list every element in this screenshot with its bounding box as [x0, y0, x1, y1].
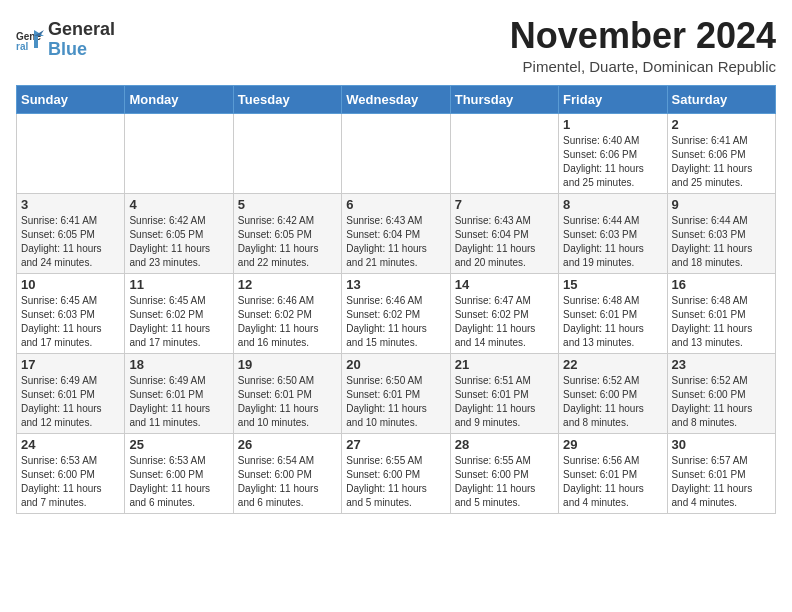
calendar-cell — [342, 113, 450, 193]
calendar-cell — [450, 113, 558, 193]
day-number: 28 — [455, 437, 554, 452]
svg-text:ral: ral — [16, 41, 28, 52]
day-info: Sunrise: 6:53 AMSunset: 6:00 PMDaylight:… — [21, 454, 120, 510]
day-info: Sunrise: 6:45 AMSunset: 6:02 PMDaylight:… — [129, 294, 228, 350]
day-info: Sunrise: 6:42 AMSunset: 6:05 PMDaylight:… — [129, 214, 228, 270]
calendar-cell: 8Sunrise: 6:44 AMSunset: 6:03 PMDaylight… — [559, 193, 667, 273]
calendar-table: SundayMondayTuesdayWednesdayThursdayFrid… — [16, 85, 776, 514]
day-info: Sunrise: 6:46 AMSunset: 6:02 PMDaylight:… — [346, 294, 445, 350]
calendar-cell: 4Sunrise: 6:42 AMSunset: 6:05 PMDaylight… — [125, 193, 233, 273]
day-number: 24 — [21, 437, 120, 452]
day-info: Sunrise: 6:44 AMSunset: 6:03 PMDaylight:… — [563, 214, 662, 270]
calendar-cell: 15Sunrise: 6:48 AMSunset: 6:01 PMDayligh… — [559, 273, 667, 353]
day-number: 7 — [455, 197, 554, 212]
day-number: 6 — [346, 197, 445, 212]
header-monday: Monday — [125, 85, 233, 113]
week-row-1: 3Sunrise: 6:41 AMSunset: 6:05 PMDaylight… — [17, 193, 776, 273]
day-info: Sunrise: 6:54 AMSunset: 6:00 PMDaylight:… — [238, 454, 337, 510]
day-info: Sunrise: 6:43 AMSunset: 6:04 PMDaylight:… — [455, 214, 554, 270]
calendar-cell: 17Sunrise: 6:49 AMSunset: 6:01 PMDayligh… — [17, 353, 125, 433]
subtitle: Pimentel, Duarte, Dominican Republic — [510, 58, 776, 75]
header-saturday: Saturday — [667, 85, 775, 113]
day-info: Sunrise: 6:52 AMSunset: 6:00 PMDaylight:… — [672, 374, 771, 430]
header-thursday: Thursday — [450, 85, 558, 113]
day-info: Sunrise: 6:55 AMSunset: 6:00 PMDaylight:… — [455, 454, 554, 510]
day-info: Sunrise: 6:48 AMSunset: 6:01 PMDaylight:… — [672, 294, 771, 350]
calendar-cell: 5Sunrise: 6:42 AMSunset: 6:05 PMDaylight… — [233, 193, 341, 273]
day-number: 13 — [346, 277, 445, 292]
calendar-cell — [125, 113, 233, 193]
day-number: 16 — [672, 277, 771, 292]
week-row-2: 10Sunrise: 6:45 AMSunset: 6:03 PMDayligh… — [17, 273, 776, 353]
calendar-cell: 28Sunrise: 6:55 AMSunset: 6:00 PMDayligh… — [450, 433, 558, 513]
header-friday: Friday — [559, 85, 667, 113]
day-number: 27 — [346, 437, 445, 452]
calendar-cell: 11Sunrise: 6:45 AMSunset: 6:02 PMDayligh… — [125, 273, 233, 353]
day-info: Sunrise: 6:52 AMSunset: 6:00 PMDaylight:… — [563, 374, 662, 430]
day-number: 20 — [346, 357, 445, 372]
day-number: 3 — [21, 197, 120, 212]
month-title: November 2024 — [510, 16, 776, 56]
day-info: Sunrise: 6:57 AMSunset: 6:01 PMDaylight:… — [672, 454, 771, 510]
day-info: Sunrise: 6:49 AMSunset: 6:01 PMDaylight:… — [21, 374, 120, 430]
calendar-cell: 25Sunrise: 6:53 AMSunset: 6:00 PMDayligh… — [125, 433, 233, 513]
logo: Gene ral General Blue — [16, 20, 115, 60]
header-tuesday: Tuesday — [233, 85, 341, 113]
calendar-cell: 20Sunrise: 6:50 AMSunset: 6:01 PMDayligh… — [342, 353, 450, 433]
header-wednesday: Wednesday — [342, 85, 450, 113]
day-info: Sunrise: 6:46 AMSunset: 6:02 PMDaylight:… — [238, 294, 337, 350]
day-number: 8 — [563, 197, 662, 212]
day-info: Sunrise: 6:42 AMSunset: 6:05 PMDaylight:… — [238, 214, 337, 270]
day-number: 12 — [238, 277, 337, 292]
calendar-cell: 2Sunrise: 6:41 AMSunset: 6:06 PMDaylight… — [667, 113, 775, 193]
calendar-cell: 26Sunrise: 6:54 AMSunset: 6:00 PMDayligh… — [233, 433, 341, 513]
day-info: Sunrise: 6:49 AMSunset: 6:01 PMDaylight:… — [129, 374, 228, 430]
calendar-cell: 30Sunrise: 6:57 AMSunset: 6:01 PMDayligh… — [667, 433, 775, 513]
day-number: 1 — [563, 117, 662, 132]
week-row-4: 24Sunrise: 6:53 AMSunset: 6:00 PMDayligh… — [17, 433, 776, 513]
day-info: Sunrise: 6:40 AMSunset: 6:06 PMDaylight:… — [563, 134, 662, 190]
header-sunday: Sunday — [17, 85, 125, 113]
calendar-cell: 27Sunrise: 6:55 AMSunset: 6:00 PMDayligh… — [342, 433, 450, 513]
day-number: 11 — [129, 277, 228, 292]
calendar-cell: 14Sunrise: 6:47 AMSunset: 6:02 PMDayligh… — [450, 273, 558, 353]
calendar-cell: 21Sunrise: 6:51 AMSunset: 6:01 PMDayligh… — [450, 353, 558, 433]
calendar-cell: 13Sunrise: 6:46 AMSunset: 6:02 PMDayligh… — [342, 273, 450, 353]
day-number: 5 — [238, 197, 337, 212]
calendar-cell: 3Sunrise: 6:41 AMSunset: 6:05 PMDaylight… — [17, 193, 125, 273]
logo-blue: Blue — [48, 39, 87, 59]
calendar-cell: 24Sunrise: 6:53 AMSunset: 6:00 PMDayligh… — [17, 433, 125, 513]
calendar-cell: 22Sunrise: 6:52 AMSunset: 6:00 PMDayligh… — [559, 353, 667, 433]
day-number: 30 — [672, 437, 771, 452]
calendar-cell: 12Sunrise: 6:46 AMSunset: 6:02 PMDayligh… — [233, 273, 341, 353]
day-info: Sunrise: 6:50 AMSunset: 6:01 PMDaylight:… — [238, 374, 337, 430]
calendar-cell — [233, 113, 341, 193]
header: Gene ral General Blue November 2024 Pime… — [16, 16, 776, 75]
calendar-cell: 6Sunrise: 6:43 AMSunset: 6:04 PMDaylight… — [342, 193, 450, 273]
day-info: Sunrise: 6:45 AMSunset: 6:03 PMDaylight:… — [21, 294, 120, 350]
day-number: 19 — [238, 357, 337, 372]
logo-general: General — [48, 19, 115, 39]
calendar-cell: 19Sunrise: 6:50 AMSunset: 6:01 PMDayligh… — [233, 353, 341, 433]
day-number: 10 — [21, 277, 120, 292]
calendar-cell: 23Sunrise: 6:52 AMSunset: 6:00 PMDayligh… — [667, 353, 775, 433]
day-number: 21 — [455, 357, 554, 372]
calendar-cell: 18Sunrise: 6:49 AMSunset: 6:01 PMDayligh… — [125, 353, 233, 433]
day-number: 29 — [563, 437, 662, 452]
day-info: Sunrise: 6:48 AMSunset: 6:01 PMDaylight:… — [563, 294, 662, 350]
logo-icon: Gene ral — [16, 26, 44, 54]
day-info: Sunrise: 6:47 AMSunset: 6:02 PMDaylight:… — [455, 294, 554, 350]
day-number: 15 — [563, 277, 662, 292]
calendar-cell: 1Sunrise: 6:40 AMSunset: 6:06 PMDaylight… — [559, 113, 667, 193]
day-number: 18 — [129, 357, 228, 372]
day-info: Sunrise: 6:50 AMSunset: 6:01 PMDaylight:… — [346, 374, 445, 430]
title-area: November 2024 Pimentel, Duarte, Dominica… — [510, 16, 776, 75]
day-number: 17 — [21, 357, 120, 372]
calendar-header: SundayMondayTuesdayWednesdayThursdayFrid… — [17, 85, 776, 113]
day-info: Sunrise: 6:51 AMSunset: 6:01 PMDaylight:… — [455, 374, 554, 430]
calendar-cell: 7Sunrise: 6:43 AMSunset: 6:04 PMDaylight… — [450, 193, 558, 273]
day-number: 25 — [129, 437, 228, 452]
day-number: 14 — [455, 277, 554, 292]
calendar-cell: 10Sunrise: 6:45 AMSunset: 6:03 PMDayligh… — [17, 273, 125, 353]
day-info: Sunrise: 6:41 AMSunset: 6:05 PMDaylight:… — [21, 214, 120, 270]
